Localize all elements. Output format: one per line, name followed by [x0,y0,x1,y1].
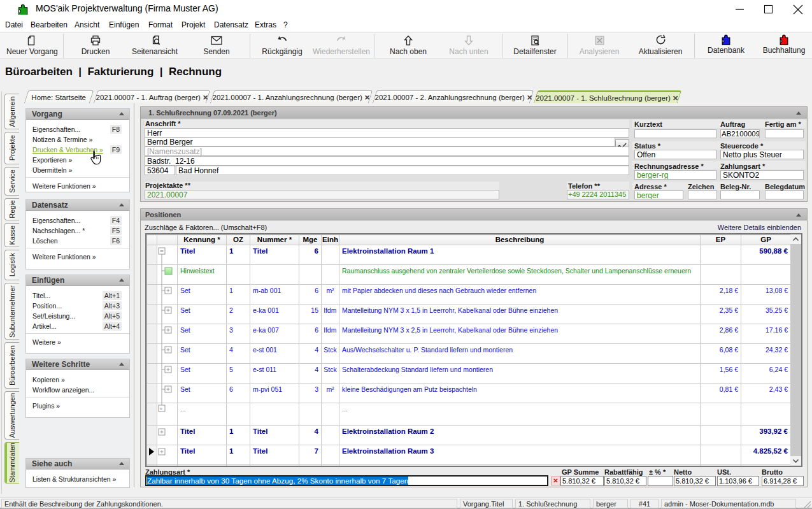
svg-text:»: » [160,406,163,412]
